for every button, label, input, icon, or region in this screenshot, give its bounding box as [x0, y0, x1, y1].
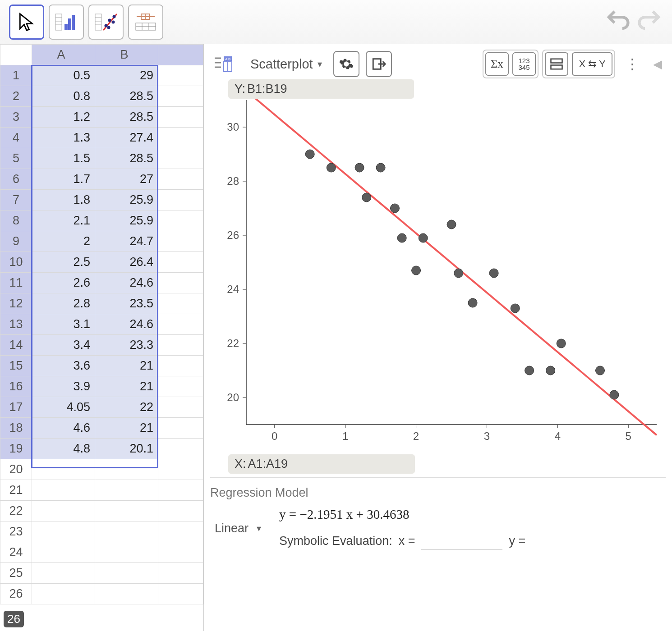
sheet-row[interactable]: 153.621 [0, 356, 203, 376]
cell[interactable] [158, 480, 203, 501]
cell[interactable] [158, 231, 203, 252]
cell[interactable] [158, 376, 203, 397]
row-header[interactable]: 15 [0, 356, 32, 376]
more-options-button[interactable]: ⋮ [619, 55, 646, 73]
spreadsheet-table[interactable]: A B 10.52920.828.531.228.541.327.451.528… [0, 44, 203, 604]
cell[interactable] [95, 480, 158, 501]
export-button[interactable] [366, 51, 392, 77]
row-header[interactable]: 23 [0, 521, 32, 542]
cell[interactable] [32, 480, 95, 501]
row-header[interactable]: 5 [0, 148, 32, 169]
sheet-row[interactable]: 122.823.5 [0, 293, 203, 314]
two-var-regression-button[interactable] [88, 5, 124, 40]
cell[interactable] [158, 86, 203, 107]
multi-var-analysis-button[interactable] [128, 5, 163, 40]
sheet-row[interactable]: 26 [0, 584, 203, 604]
row-header[interactable]: 18 [0, 418, 32, 439]
cell[interactable]: 24.6 [95, 273, 158, 293]
sheet-row[interactable]: 112.624.6 [0, 273, 203, 293]
cell[interactable]: 4.05 [32, 397, 95, 418]
cell[interactable]: 4.6 [32, 418, 95, 439]
cell[interactable] [158, 563, 203, 584]
cell[interactable]: 2.5 [32, 252, 95, 273]
sheet-row[interactable]: 133.124.6 [0, 314, 203, 335]
show-data-button[interactable]: 123 345 [512, 52, 536, 76]
plot-type-select[interactable]: Scatterplot ▾ [245, 54, 327, 75]
cell[interactable]: 2.6 [32, 273, 95, 293]
row-header[interactable]: 2 [0, 86, 32, 107]
cell[interactable] [95, 563, 158, 584]
cell[interactable] [32, 542, 95, 563]
cell[interactable] [32, 563, 95, 584]
sheet-row[interactable]: 163.921 [0, 376, 203, 397]
row-header[interactable]: 13 [0, 314, 32, 335]
cell[interactable]: 3.6 [32, 356, 95, 376]
row-header[interactable]: 20 [0, 459, 32, 480]
cell[interactable]: 3.9 [32, 376, 95, 397]
sheet-row[interactable]: 9224.7 [0, 231, 203, 252]
sheet-row[interactable]: 51.528.5 [0, 148, 203, 169]
sheet-row[interactable]: 25 [0, 563, 203, 584]
cell[interactable] [158, 190, 203, 210]
row-header[interactable]: 1 [0, 65, 32, 86]
cell[interactable] [158, 314, 203, 335]
cell[interactable] [95, 501, 158, 521]
cell[interactable] [95, 542, 158, 563]
row-header[interactable]: 19 [0, 439, 32, 459]
row-header[interactable]: 12 [0, 293, 32, 314]
cell[interactable] [158, 521, 203, 542]
cell[interactable]: 3.1 [32, 314, 95, 335]
row-header[interactable]: 22 [0, 501, 32, 521]
cell[interactable] [32, 501, 95, 521]
row-header[interactable]: 7 [0, 190, 32, 210]
cell[interactable]: 1.5 [32, 148, 95, 169]
cell[interactable]: 23.5 [95, 293, 158, 314]
cell[interactable] [158, 273, 203, 293]
cell[interactable] [32, 521, 95, 542]
col-header-A[interactable]: A [32, 45, 95, 65]
sheet-row[interactable]: 20.828.5 [0, 86, 203, 107]
sheet-row[interactable]: 22 [0, 501, 203, 521]
cell[interactable] [158, 542, 203, 563]
cell[interactable]: 24.6 [95, 314, 158, 335]
row-header[interactable]: 14 [0, 335, 32, 356]
cell[interactable]: 1.8 [32, 190, 95, 210]
cell[interactable] [95, 584, 158, 604]
cell[interactable]: 1.2 [32, 107, 95, 128]
sheet-row[interactable]: 82.125.9 [0, 210, 203, 231]
settings-button[interactable] [333, 51, 359, 77]
cell[interactable]: 28.5 [95, 148, 158, 169]
sheet-row[interactable]: 174.0522 [0, 397, 203, 418]
sheet-row[interactable]: 143.423.3 [0, 335, 203, 356]
cell[interactable]: 1.3 [32, 128, 95, 148]
sheet-row[interactable]: 24 [0, 542, 203, 563]
cell[interactable] [158, 335, 203, 356]
cell[interactable] [95, 459, 158, 480]
cell[interactable]: 24.7 [95, 231, 158, 252]
row-header[interactable]: 9 [0, 231, 32, 252]
one-var-analysis-button[interactable] [49, 5, 84, 40]
cell[interactable] [158, 148, 203, 169]
collapse-panel-button[interactable]: ◀ [649, 57, 666, 71]
cell[interactable] [158, 501, 203, 521]
cell[interactable] [32, 459, 95, 480]
col-header-B[interactable]: B [95, 45, 158, 65]
cell[interactable] [158, 439, 203, 459]
cell[interactable]: 22 [95, 397, 158, 418]
cell[interactable] [158, 169, 203, 190]
show-second-plot-button[interactable] [545, 52, 568, 76]
cell[interactable]: 23.3 [95, 335, 158, 356]
cell[interactable] [158, 397, 203, 418]
swap-xy-button[interactable]: X ⇆ Y [572, 52, 612, 76]
move-tool-button[interactable] [9, 5, 44, 40]
row-header[interactable]: 17 [0, 397, 32, 418]
cell[interactable]: 28.5 [95, 107, 158, 128]
sheet-row[interactable]: 184.621 [0, 418, 203, 439]
cell[interactable]: 28.5 [95, 86, 158, 107]
cell[interactable] [158, 107, 203, 128]
cell[interactable] [158, 356, 203, 376]
cell[interactable] [158, 418, 203, 439]
row-header[interactable]: 10 [0, 252, 32, 273]
row-header[interactable]: 26 [0, 584, 32, 604]
sheet-row[interactable]: 31.228.5 [0, 107, 203, 128]
